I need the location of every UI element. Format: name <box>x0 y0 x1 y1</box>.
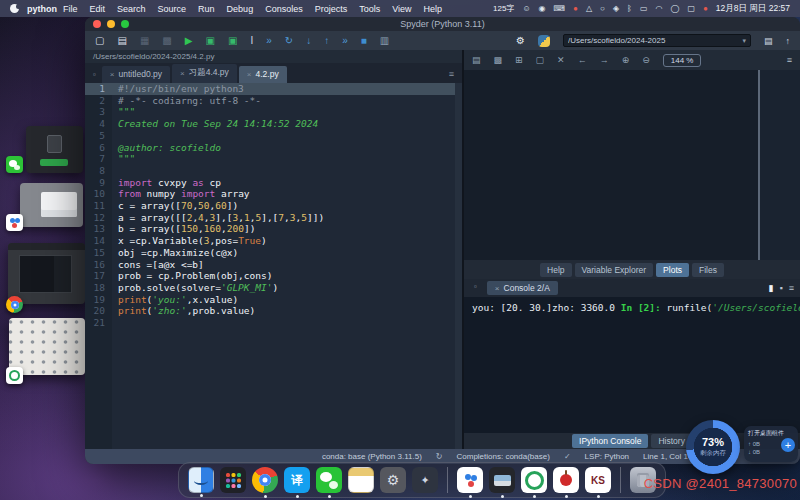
console-tab[interactable]: × Console 2/A <box>487 281 558 295</box>
ks-app-icon[interactable]: KS <box>585 467 611 493</box>
editor-tab-untitled0-py[interactable]: ×untitled0.py <box>102 66 170 83</box>
pane-tab-help[interactable]: Help <box>540 263 571 277</box>
display-icon[interactable]: ▢ <box>687 5 695 13</box>
screen-record-icon[interactable]: ● <box>573 5 578 13</box>
pane-tab-files[interactable]: Files <box>692 263 724 277</box>
browse-tabs-icon[interactable]: ▫ <box>89 70 100 83</box>
green-ring-badge-icon[interactable] <box>6 367 23 384</box>
debug-file-icon[interactable]: » <box>266 36 272 46</box>
run-file-icon[interactable]: ▶ <box>185 36 193 46</box>
spotlight-search-icon[interactable]: ◯ <box>670 5 679 13</box>
step-into-icon[interactable]: ↓ <box>306 36 311 46</box>
notes-app-icon[interactable] <box>348 467 374 493</box>
plots-options-menu-icon[interactable]: ≡ <box>787 55 792 65</box>
preview-app-icon[interactable] <box>489 467 515 493</box>
lsp-status[interactable]: LSP: Python <box>585 452 629 461</box>
console-options-menu-icon[interactable]: ≡ <box>789 283 794 293</box>
panes-layout-icon[interactable]: ▥ <box>380 36 389 46</box>
step-over-icon[interactable]: ↻ <box>285 36 293 46</box>
gamecenter-icon[interactable]: ○ <box>600 5 605 13</box>
code-line[interactable]: 19print('you:',x.value) <box>85 294 462 306</box>
inspect-object-icon[interactable]: ▪ <box>780 283 783 293</box>
chrome-badge-icon[interactable] <box>6 296 23 313</box>
code-line[interactable]: 21 <box>85 317 462 329</box>
code-line[interactable]: 4Created on Tue Sep 24 14:14:52 2024 <box>85 118 462 130</box>
code-line[interactable]: 13b = array([150,160,200]) <box>85 223 462 235</box>
zoom-out-icon[interactable]: ⊖ <box>642 55 650 65</box>
stop-debug-icon[interactable]: ■ <box>361 36 367 46</box>
wechat-app-icon[interactable] <box>316 467 342 493</box>
red-apple-app-icon[interactable] <box>553 467 579 493</box>
save-plot-icon[interactable]: ▤ <box>472 55 481 65</box>
code-line[interactable]: 20print('zho:',prob.value) <box>85 305 462 317</box>
step-out-icon[interactable]: ↑ <box>324 36 329 46</box>
pane-tab-plots[interactable]: Plots <box>656 263 689 277</box>
parent-directory-icon[interactable]: ↑ <box>786 36 791 46</box>
shapes-icon[interactable]: △ <box>586 5 592 13</box>
remove-all-plots-icon[interactable]: ✕ <box>557 55 565 65</box>
plots-thumbnail-strip[interactable] <box>758 70 800 260</box>
dictation-icon[interactable]: ◉ <box>539 5 546 13</box>
close-tab-icon[interactable]: × <box>180 69 185 78</box>
conda-env-status[interactable]: conda: base (Python 3.11.5) <box>322 452 422 461</box>
chrome-app-icon[interactable] <box>252 467 278 493</box>
plots-zoom-level[interactable]: 144 % <box>663 54 702 67</box>
code-line[interactable]: 3""" <box>85 106 462 118</box>
stage-window-thumbnail[interactable] <box>26 126 83 173</box>
ime-icon[interactable]: ☺ <box>522 5 530 13</box>
code-line[interactable]: 2# -*- codiarng: utf-8 -*- <box>85 95 462 107</box>
apple-menu-icon[interactable] <box>10 4 19 13</box>
notification-dot-icon[interactable]: ● <box>703 5 708 13</box>
code-line[interactable]: 18prob.solve(solver='GLPK_MI') <box>85 282 462 294</box>
close-tab-icon[interactable]: × <box>110 70 115 79</box>
stage-window-thumbnail[interactable] <box>8 243 85 304</box>
code-line[interactable]: 15obj =cp.Maximize(c@x) <box>85 247 462 259</box>
browse-working-directory-icon[interactable]: ▤ <box>764 36 773 46</box>
code-line[interactable]: 7""" <box>85 153 462 165</box>
menu-item-projects[interactable]: Projects <box>315 4 348 14</box>
bluetooth-icon[interactable]: ᛒ <box>627 5 632 13</box>
run-cell-advance-icon[interactable]: ▣ <box>228 36 237 46</box>
run-selection-icon[interactable]: I <box>250 36 253 46</box>
code-line[interactable]: 16cons =[a@x <=b] <box>85 259 462 271</box>
code-line[interactable]: 1#!/usr/bin/env python3 <box>85 83 462 95</box>
preferences-wrench-icon[interactable]: ⚙ <box>516 35 525 46</box>
previous-plot-icon[interactable]: ← <box>578 55 587 65</box>
code-line[interactable]: 8 <box>85 165 462 177</box>
code-line[interactable]: 5 <box>85 130 462 142</box>
menu-item-help[interactable]: Help <box>424 4 443 14</box>
editor-tab-习题4-4-py[interactable]: ×习题4.4.py <box>172 64 237 83</box>
keyboard-icon[interactable]: ⌨ <box>554 5 566 13</box>
system-settings-app-icon[interactable]: ⚙ <box>380 467 406 493</box>
editor-options-menu-icon[interactable]: ≡ <box>445 69 458 83</box>
menu-item-view[interactable]: View <box>392 4 411 14</box>
battery-icon[interactable]: ▭ <box>640 5 648 13</box>
launchpad-app-icon[interactable] <box>220 467 246 493</box>
code-line[interactable]: 12a = array([[2,4,3],[3,1,5],[7,3,5]]) <box>85 212 462 224</box>
menu-item-search[interactable]: Search <box>117 4 146 14</box>
code-editor[interactable]: 1#!/usr/bin/env python32# -*- codiarng: … <box>85 83 462 449</box>
new-file-icon[interactable]: ▢ <box>95 36 104 46</box>
active-app-menu[interactable]: python <box>27 4 57 14</box>
stage-window-thumbnail[interactable] <box>20 183 83 227</box>
menu-item-run[interactable]: Run <box>198 4 215 14</box>
translate-app-icon[interactable]: 译 <box>284 467 310 493</box>
code-line[interactable]: 11c = array([70,50,60]) <box>85 200 462 212</box>
python-path-manager-icon[interactable] <box>538 35 550 47</box>
menu-item-tools[interactable]: Tools <box>359 4 380 14</box>
code-line[interactable]: 9import cvxpy as cp <box>85 177 462 189</box>
editor-tab-4-2-py[interactable]: ×4.2.py <box>239 66 287 83</box>
next-plot-icon[interactable]: → <box>600 55 609 65</box>
memory-gauge-widget[interactable]: 73% 剩余内存 <box>686 420 740 474</box>
wechat-badge-icon[interactable] <box>6 156 23 173</box>
menu-item-consoles[interactable]: Consoles <box>265 4 303 14</box>
save-all-plots-icon[interactable]: ▩ <box>494 55 503 65</box>
code-line[interactable]: 14x =cp.Variable(3,pos=True) <box>85 235 462 247</box>
code-line[interactable]: 10from numpy import array <box>85 188 462 200</box>
continue-execution-icon[interactable]: » <box>342 36 348 46</box>
breadcrumb[interactable]: /Users/scofieldo/2024-2025/4.2.py <box>85 50 462 63</box>
open-file-icon[interactable]: ▤ <box>117 36 126 46</box>
lemon-cleaner-app-icon[interactable] <box>457 467 483 493</box>
extensions-icon[interactable]: ◈ <box>613 5 619 13</box>
desktop-widget-panel[interactable]: 打开桌面组件 ↑ 0B ↓ 0B + <box>744 426 798 462</box>
